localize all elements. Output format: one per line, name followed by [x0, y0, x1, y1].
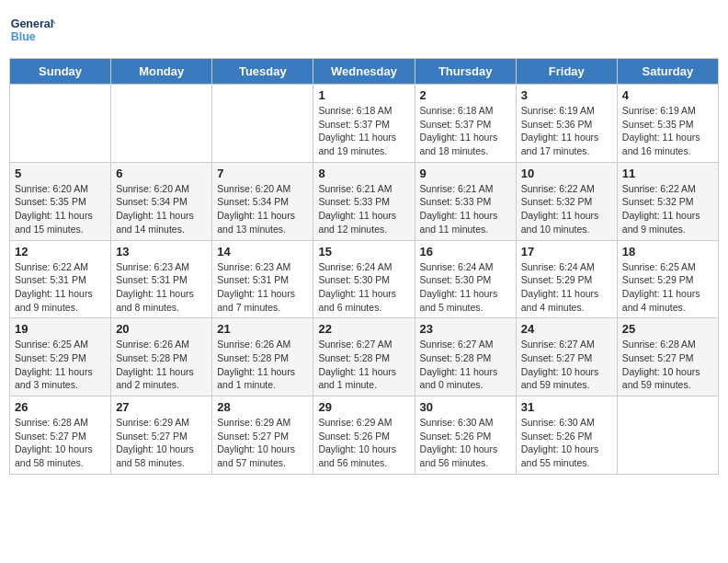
day-number: 12: [15, 245, 106, 259]
day-number: 26: [15, 400, 106, 414]
day-number: 20: [116, 322, 207, 336]
day-number: 13: [116, 245, 207, 259]
week-row-4: 19Sunrise: 6:25 AMSunset: 5:29 PMDayligh…: [10, 318, 719, 396]
day-info: Sunrise: 6:27 AMSunset: 5:27 PMDaylight:…: [521, 338, 612, 392]
day-header-saturday: Saturday: [617, 59, 718, 85]
day-info: Sunrise: 6:28 AMSunset: 5:27 PMDaylight:…: [622, 338, 713, 392]
header-row: SundayMondayTuesdayWednesdayThursdayFrid…: [10, 59, 719, 85]
calendar-cell: 30Sunrise: 6:30 AMSunset: 5:26 PMDayligh…: [415, 396, 516, 475]
calendar-cell: 26Sunrise: 6:28 AMSunset: 5:27 PMDayligh…: [10, 396, 111, 475]
svg-text:General: General: [11, 17, 54, 30]
calendar-cell: 31Sunrise: 6:30 AMSunset: 5:26 PMDayligh…: [516, 396, 617, 475]
day-header-sunday: Sunday: [10, 59, 111, 85]
day-info: Sunrise: 6:18 AMSunset: 5:37 PMDaylight:…: [318, 104, 409, 158]
calendar-cell: 22Sunrise: 6:27 AMSunset: 5:28 PMDayligh…: [313, 318, 415, 396]
svg-text:Blue: Blue: [11, 30, 36, 43]
day-header-monday: Monday: [111, 59, 212, 85]
day-info: Sunrise: 6:30 AMSunset: 5:26 PMDaylight:…: [521, 416, 612, 470]
day-number: 21: [217, 322, 308, 336]
calendar-cell: 25Sunrise: 6:28 AMSunset: 5:27 PMDayligh…: [617, 318, 718, 396]
day-number: 10: [521, 167, 612, 180]
day-number: 30: [420, 400, 511, 414]
day-number: 11: [622, 167, 713, 180]
day-header-wednesday: Wednesday: [313, 59, 415, 85]
day-number: 15: [318, 245, 409, 259]
calendar-cell: 3Sunrise: 6:19 AMSunset: 5:36 PMDaylight…: [516, 85, 617, 163]
calendar-cell: 11Sunrise: 6:22 AMSunset: 5:32 PMDayligh…: [617, 162, 718, 240]
day-info: Sunrise: 6:20 AMSunset: 5:34 PMDaylight:…: [116, 182, 207, 236]
day-number: 5: [15, 167, 106, 180]
day-header-friday: Friday: [516, 59, 617, 85]
calendar-cell: 28Sunrise: 6:29 AMSunset: 5:27 PMDayligh…: [212, 396, 313, 475]
calendar-cell: 1Sunrise: 6:18 AMSunset: 5:37 PMDaylight…: [313, 85, 415, 163]
day-info: Sunrise: 6:30 AMSunset: 5:26 PMDaylight:…: [420, 416, 511, 470]
calendar-cell: 4Sunrise: 6:19 AMSunset: 5:35 PMDaylight…: [617, 85, 718, 163]
day-number: 22: [318, 322, 409, 336]
week-row-5: 26Sunrise: 6:28 AMSunset: 5:27 PMDayligh…: [10, 396, 719, 475]
day-info: Sunrise: 6:22 AMSunset: 5:31 PMDaylight:…: [15, 260, 106, 315]
calendar-cell: 13Sunrise: 6:23 AMSunset: 5:31 PMDayligh…: [111, 240, 212, 318]
day-info: Sunrise: 6:29 AMSunset: 5:26 PMDaylight:…: [318, 416, 409, 470]
calendar-cell: 15Sunrise: 6:24 AMSunset: 5:30 PMDayligh…: [313, 240, 415, 318]
day-number: 2: [420, 88, 511, 102]
calendar-cell: 20Sunrise: 6:26 AMSunset: 5:28 PMDayligh…: [111, 318, 212, 396]
calendar-cell: 19Sunrise: 6:25 AMSunset: 5:29 PMDayligh…: [10, 318, 111, 396]
day-number: 14: [217, 245, 308, 259]
day-info: Sunrise: 6:26 AMSunset: 5:28 PMDaylight:…: [217, 338, 308, 392]
day-number: 24: [521, 322, 612, 336]
logo-svg: General Blue: [9, 9, 55, 51]
day-info: Sunrise: 6:19 AMSunset: 5:36 PMDaylight:…: [521, 104, 612, 158]
day-info: Sunrise: 6:20 AMSunset: 5:35 PMDaylight:…: [15, 182, 106, 236]
day-number: 29: [318, 400, 409, 414]
day-info: Sunrise: 6:29 AMSunset: 5:27 PMDaylight:…: [217, 416, 308, 470]
day-number: 25: [622, 322, 713, 336]
day-number: 9: [420, 167, 511, 180]
calendar-cell: 21Sunrise: 6:26 AMSunset: 5:28 PMDayligh…: [212, 318, 313, 396]
day-info: Sunrise: 6:28 AMSunset: 5:27 PMDaylight:…: [15, 416, 106, 470]
day-info: Sunrise: 6:23 AMSunset: 5:31 PMDaylight:…: [116, 260, 207, 315]
day-info: Sunrise: 6:22 AMSunset: 5:32 PMDaylight:…: [521, 182, 612, 236]
calendar-cell: 6Sunrise: 6:20 AMSunset: 5:34 PMDaylight…: [111, 162, 212, 240]
calendar-cell: 2Sunrise: 6:18 AMSunset: 5:37 PMDaylight…: [415, 85, 516, 163]
day-header-tuesday: Tuesday: [212, 59, 313, 85]
day-info: Sunrise: 6:25 AMSunset: 5:29 PMDaylight:…: [15, 338, 106, 392]
day-number: 31: [521, 400, 612, 414]
day-header-thursday: Thursday: [415, 59, 516, 85]
calendar-cell: 17Sunrise: 6:24 AMSunset: 5:29 PMDayligh…: [516, 240, 617, 318]
calendar-cell: 18Sunrise: 6:25 AMSunset: 5:29 PMDayligh…: [617, 240, 718, 318]
day-number: 27: [116, 400, 207, 414]
calendar-cell: 7Sunrise: 6:20 AMSunset: 5:34 PMDaylight…: [212, 162, 313, 240]
day-info: Sunrise: 6:26 AMSunset: 5:28 PMDaylight:…: [116, 338, 207, 392]
day-info: Sunrise: 6:27 AMSunset: 5:28 PMDaylight:…: [420, 338, 511, 392]
calendar-cell: 9Sunrise: 6:21 AMSunset: 5:33 PMDaylight…: [415, 162, 516, 240]
calendar-cell: 16Sunrise: 6:24 AMSunset: 5:30 PMDayligh…: [415, 240, 516, 318]
day-number: 19: [15, 322, 106, 336]
day-number: 8: [318, 167, 409, 180]
day-number: 1: [318, 88, 409, 102]
day-number: 4: [622, 88, 713, 102]
calendar-cell: [617, 396, 718, 475]
day-info: Sunrise: 6:21 AMSunset: 5:33 PMDaylight:…: [318, 182, 409, 236]
day-info: Sunrise: 6:24 AMSunset: 5:29 PMDaylight:…: [521, 260, 612, 315]
day-info: Sunrise: 6:21 AMSunset: 5:33 PMDaylight:…: [420, 182, 511, 236]
day-info: Sunrise: 6:22 AMSunset: 5:32 PMDaylight:…: [622, 182, 713, 236]
day-info: Sunrise: 6:24 AMSunset: 5:30 PMDaylight:…: [318, 260, 409, 315]
day-number: 17: [521, 245, 612, 259]
day-info: Sunrise: 6:27 AMSunset: 5:28 PMDaylight:…: [318, 338, 409, 392]
calendar-cell: [111, 85, 212, 163]
calendar-table: SundayMondayTuesdayWednesdayThursdayFrid…: [9, 58, 719, 475]
day-info: Sunrise: 6:18 AMSunset: 5:37 PMDaylight:…: [420, 104, 511, 158]
page-header: General Blue: [9, 9, 719, 51]
day-number: 16: [420, 245, 511, 259]
logo: General Blue: [9, 9, 55, 51]
calendar-cell: 14Sunrise: 6:23 AMSunset: 5:31 PMDayligh…: [212, 240, 313, 318]
day-number: 3: [521, 88, 612, 102]
calendar-cell: 29Sunrise: 6:29 AMSunset: 5:26 PMDayligh…: [313, 396, 415, 475]
day-number: 18: [622, 245, 713, 259]
day-number: 28: [217, 400, 308, 414]
calendar-cell: 5Sunrise: 6:20 AMSunset: 5:35 PMDaylight…: [10, 162, 111, 240]
calendar-cell: 27Sunrise: 6:29 AMSunset: 5:27 PMDayligh…: [111, 396, 212, 475]
day-number: 6: [116, 167, 207, 180]
day-info: Sunrise: 6:25 AMSunset: 5:29 PMDaylight:…: [622, 260, 713, 315]
week-row-2: 5Sunrise: 6:20 AMSunset: 5:35 PMDaylight…: [10, 162, 719, 240]
